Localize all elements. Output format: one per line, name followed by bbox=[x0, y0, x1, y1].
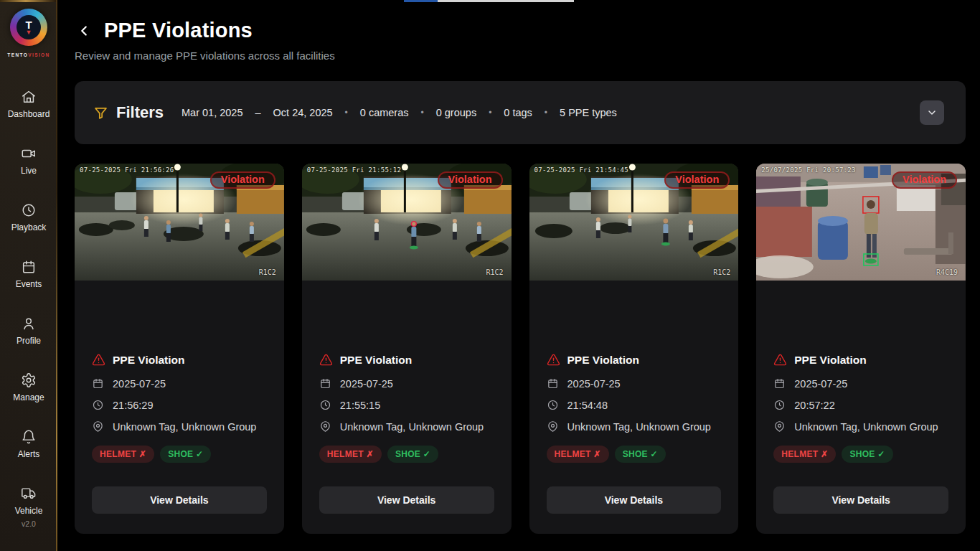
violation-card-body: PPE Violation 2025-07-25 21:56:29 Unknow… bbox=[75, 281, 284, 534]
violation-thumbnail: 25/07/2025 Fri 20:57:23 R4C19 Violation bbox=[756, 164, 966, 281]
filters-bar: Filters Mar 01, 2025 – Oct 24, 2025 • 0 … bbox=[75, 81, 966, 144]
violation-location: Unknown Tag, Unknown Group bbox=[794, 421, 938, 433]
violation-card-body: PPE Violation 2025-07-25 21:55:15 Unknow… bbox=[302, 281, 512, 534]
violation-date: 2025-07-25 bbox=[340, 378, 393, 390]
violation-time: 21:56:29 bbox=[113, 400, 153, 411]
violation-title: PPE Violation bbox=[113, 354, 185, 367]
ppe-badge-helmet: HELMET ✗ bbox=[773, 446, 836, 463]
tentovision-logo-icon: T▼ bbox=[10, 9, 47, 46]
bell-icon bbox=[21, 429, 37, 445]
view-details-button[interactable]: View Details bbox=[319, 486, 494, 514]
filter-date-end: Oct 24, 2025 bbox=[273, 107, 333, 118]
ppe-badge-helmet: HELMET ✗ bbox=[547, 446, 609, 463]
violation-title: PPE Violation bbox=[340, 354, 413, 367]
clock-icon bbox=[773, 399, 786, 411]
sidebar-item-alerts[interactable]: Alerts bbox=[18, 429, 40, 459]
violation-badge: Violation bbox=[892, 171, 957, 189]
camera-id-overlay: R1C2 bbox=[259, 268, 276, 276]
progress-segment bbox=[404, 0, 438, 2]
page-title: PPE Violations bbox=[104, 19, 253, 42]
cctv-timestamp-overlay: 07-25-2025 Fri 21:56:26 bbox=[80, 166, 174, 174]
ppe-badge-helmet: HELMET ✗ bbox=[92, 446, 154, 463]
sidebar-item-events[interactable]: Events bbox=[16, 259, 42, 289]
violation-location: Unknown Tag, Unknown Group bbox=[113, 421, 256, 433]
ppe-badge-shoe: SHOE ✓ bbox=[160, 446, 211, 463]
progress-track bbox=[438, 0, 574, 2]
alert-triangle-icon bbox=[319, 353, 333, 367]
app-version: v2.0 bbox=[22, 519, 36, 528]
user-icon bbox=[21, 316, 37, 331]
chevron-left-icon bbox=[76, 23, 92, 39]
cctv-timestamp-overlay: 07-25-2025 Fri 21:54:45 bbox=[534, 166, 629, 174]
sidebar-item-playback[interactable]: Playback bbox=[11, 202, 47, 232]
filters-title: Filters bbox=[116, 103, 164, 122]
camera-id-overlay: R1C2 bbox=[713, 268, 730, 276]
ppe-badge-shoe: SHOE ✓ bbox=[842, 446, 892, 463]
violation-location: Unknown Tag, Unknown Group bbox=[340, 421, 484, 433]
violation-card-body: PPE Violation 2025-07-25 20:57:22 Unknow… bbox=[756, 281, 966, 534]
violation-time: 20:57:22 bbox=[794, 400, 834, 411]
violation-date: 2025-07-25 bbox=[113, 378, 166, 390]
sidebar-gold-edge bbox=[56, 0, 57, 551]
page-load-progress-bar bbox=[404, 0, 574, 2]
view-details-button[interactable]: View Details bbox=[92, 486, 267, 514]
violation-card: 07-25-2025 Fri 21:54:45 R1C2 Violation P… bbox=[529, 164, 739, 534]
calendar-icon bbox=[319, 377, 331, 390]
map-pin-icon bbox=[773, 420, 786, 433]
page-subtitle: Review and manage PPE violations across … bbox=[75, 50, 966, 62]
sidebar-item-dashboard[interactable]: Dashboard bbox=[8, 89, 50, 119]
filter-groups-count: 0 groups bbox=[436, 107, 476, 118]
cctv-timestamp-overlay: 25/07/2025 Fri 20:57:23 bbox=[761, 166, 856, 174]
filter-summary: Mar 01, 2025 – Oct 24, 2025 • 0 cameras … bbox=[182, 107, 617, 118]
filter-funnel-icon bbox=[93, 105, 108, 121]
violation-card: 07-25-2025 Fri 21:56:26 R1C2 Violation P… bbox=[75, 164, 284, 534]
sidebar-item-profile[interactable]: Profile bbox=[17, 316, 41, 346]
clock-icon bbox=[21, 202, 37, 218]
calendar-icon bbox=[92, 377, 104, 390]
filter-cameras-count: 0 cameras bbox=[360, 107, 409, 118]
main-content: PPE Violations Review and manage PPE vio… bbox=[57, 0, 980, 534]
sidebar-item-vehicle[interactable]: Vehicle bbox=[15, 486, 43, 516]
ppe-badge-shoe: SHOE ✓ bbox=[387, 446, 438, 463]
camera-id-overlay: R1C2 bbox=[486, 268, 503, 276]
sidebar-item-manage[interactable]: Manage bbox=[13, 372, 44, 402]
map-pin-icon bbox=[92, 420, 104, 433]
page-header: PPE Violations bbox=[75, 19, 966, 42]
violation-badge: Violation bbox=[664, 171, 730, 189]
separator-dot: • bbox=[545, 108, 547, 118]
filter-date-separator: – bbox=[255, 107, 260, 118]
view-details-button[interactable]: View Details bbox=[547, 486, 722, 514]
violation-time: 21:54:48 bbox=[567, 400, 608, 411]
clock-icon bbox=[92, 399, 104, 411]
violation-card-body: PPE Violation 2025-07-25 21:54:48 Unknow… bbox=[529, 281, 739, 534]
violation-date: 2025-07-25 bbox=[567, 378, 621, 390]
cctv-timestamp-overlay: 07-25-2025 Fri 21:55:12 bbox=[307, 166, 402, 174]
violation-title: PPE Violation bbox=[567, 354, 640, 367]
calendar-icon bbox=[21, 259, 37, 275]
clock-icon bbox=[319, 399, 331, 411]
filter-ppe-types-count: 5 PPE types bbox=[560, 107, 617, 118]
sidebar-nav: Dashboard Live Playback Events Profile M… bbox=[8, 89, 50, 516]
separator-dot: • bbox=[489, 108, 491, 118]
violation-badge: Violation bbox=[438, 171, 503, 189]
video-camera-icon bbox=[21, 146, 37, 161]
alert-triangle-icon bbox=[773, 353, 787, 367]
view-details-button[interactable]: View Details bbox=[773, 486, 948, 514]
violation-thumbnail: 07-25-2025 Fri 21:56:26 R1C2 Violation bbox=[75, 164, 284, 281]
home-icon bbox=[21, 89, 37, 105]
separator-dot: • bbox=[421, 108, 424, 118]
brand-wordmark: TENTOVISION bbox=[7, 52, 50, 57]
camera-id-overlay: R4C19 bbox=[936, 268, 958, 276]
sidebar-item-live[interactable]: Live bbox=[21, 146, 37, 176]
brand-logo: T▼ TENTOVISION bbox=[7, 9, 50, 57]
sidebar: T▼ TENTOVISION Dashboard Live Playback E… bbox=[0, 0, 57, 551]
alert-triangle-icon bbox=[92, 353, 105, 367]
violation-time: 21:55:15 bbox=[340, 400, 380, 411]
gear-icon bbox=[21, 372, 37, 388]
violation-badge: Violation bbox=[210, 171, 275, 189]
filters-expand-button[interactable] bbox=[920, 100, 944, 125]
back-button[interactable] bbox=[75, 22, 93, 40]
ppe-badge-shoe: SHOE ✓ bbox=[615, 446, 666, 463]
calendar-icon bbox=[773, 377, 786, 390]
calendar-icon bbox=[547, 377, 559, 390]
